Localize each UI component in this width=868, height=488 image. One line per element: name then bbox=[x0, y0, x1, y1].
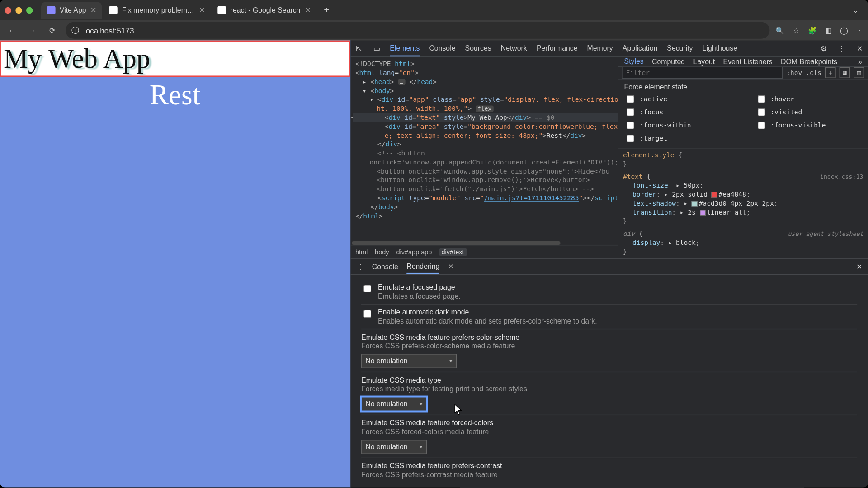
dom-line[interactable]: <!DOCTYPE html> bbox=[353, 60, 618, 69]
zoom-icon[interactable]: 🔍 bbox=[775, 26, 784, 34]
computed-toggle-icon[interactable]: ▦ bbox=[840, 67, 850, 78]
site-info-icon[interactable]: ⓘ bbox=[71, 25, 79, 36]
tab-overflow-button[interactable]: ⌄ bbox=[848, 6, 863, 14]
breadcrumb[interactable]: htmlbodydiv#app.appdiv#text bbox=[350, 245, 618, 258]
styles-subtab[interactable]: Layout bbox=[693, 57, 715, 66]
close-tab-icon[interactable]: ✕ bbox=[199, 6, 205, 14]
side-panel-icon[interactable]: ◧ bbox=[825, 26, 832, 34]
pseudo-checkbox[interactable]: :focus bbox=[624, 107, 731, 118]
close-window-icon[interactable] bbox=[5, 7, 12, 14]
devtools-panel-tab[interactable]: Security bbox=[667, 44, 693, 53]
pseudo-checkbox[interactable]: :active bbox=[624, 94, 731, 105]
drawer-tab[interactable]: Console bbox=[372, 263, 398, 271]
dom-line[interactable]: <button onclick='window.app.style.displa… bbox=[353, 167, 618, 176]
dom-line[interactable]: <!-- <button bbox=[353, 149, 618, 158]
extensions-icon[interactable]: 🧩 bbox=[808, 26, 817, 34]
styles-subtab[interactable]: Event Listeners bbox=[723, 57, 773, 66]
dom-line[interactable]: <button onclick='window.app.remove();'>R… bbox=[353, 176, 618, 185]
devtools-panel-tab[interactable]: Sources bbox=[465, 44, 491, 53]
settings-icon[interactable]: ⚙ bbox=[819, 44, 829, 52]
styles-subtab[interactable]: DOM Breakpoints bbox=[781, 57, 837, 66]
back-button[interactable]: ← bbox=[5, 23, 19, 38]
checkbox[interactable] bbox=[363, 285, 371, 292]
browser-tab[interactable]: Fix memory problems | Dev✕ bbox=[104, 2, 211, 19]
maximize-window-icon[interactable] bbox=[26, 7, 33, 14]
dom-line[interactable]: </div> bbox=[353, 140, 618, 149]
styles-subtab[interactable]: Computed bbox=[652, 57, 685, 66]
hov-toggle[interactable]: :hov bbox=[786, 69, 802, 76]
minimize-window-icon[interactable] bbox=[15, 7, 22, 14]
pseudo-checkbox[interactable]: :focus-within bbox=[624, 120, 731, 131]
bookmark-icon[interactable]: ☆ bbox=[793, 26, 800, 34]
dom-line[interactable]: e; text-align: center; font-size: 48px;"… bbox=[353, 131, 618, 140]
breadcrumb-item[interactable]: html bbox=[355, 248, 368, 255]
dom-line[interactable]: ht: 100%; width: 100%;"> flex bbox=[353, 104, 618, 113]
pseudo-checkbox[interactable]: :hover bbox=[755, 94, 862, 105]
devtools-panel-tab[interactable]: Elements bbox=[390, 44, 420, 57]
devtools-panel-tab[interactable]: Network bbox=[501, 44, 527, 53]
checkbox[interactable] bbox=[627, 122, 634, 129]
dom-line[interactable]: <button onclick='fetch("./main.js")'>Fet… bbox=[353, 185, 618, 194]
dom-line[interactable]: ▸ <head> … </head> bbox=[353, 77, 618, 86]
dom-line[interactable]: onclick='window.app.appendChild(document… bbox=[353, 158, 618, 167]
pseudo-label: :active bbox=[640, 95, 667, 103]
checkbox[interactable] bbox=[627, 135, 634, 142]
emulation-select[interactable]: No emulation▾ bbox=[361, 397, 427, 411]
close-devtools-icon[interactable]: ✕ bbox=[855, 44, 864, 52]
checkbox[interactable] bbox=[627, 95, 634, 103]
pseudo-checkbox[interactable]: :focus-visible bbox=[755, 120, 862, 131]
dom-line[interactable]: <div id="area" style="background-color:c… bbox=[353, 122, 618, 131]
scrollbar[interactable] bbox=[352, 241, 561, 245]
styles-pane: StylesComputedLayoutEvent ListenersDOM B… bbox=[618, 57, 868, 258]
checkbox[interactable] bbox=[757, 95, 765, 103]
devtools-panel-tab[interactable]: Lighthouse bbox=[703, 44, 737, 53]
drawer-menu-icon[interactable]: ⋮ bbox=[357, 263, 364, 271]
devtools-panel-tab[interactable]: Memory bbox=[587, 44, 613, 53]
emulation-select[interactable]: No emulation▾ bbox=[361, 440, 427, 454]
breadcrumb-item[interactable]: div#app.app bbox=[396, 248, 432, 255]
css-rules[interactable]: element.style {}index.css:13#text {font-… bbox=[618, 148, 868, 262]
reload-button[interactable]: ⟳ bbox=[45, 23, 60, 38]
favicon-icon bbox=[218, 6, 226, 14]
close-tab-icon[interactable]: ✕ bbox=[90, 6, 96, 14]
dom-line[interactable]: </body> bbox=[353, 202, 618, 211]
emulation-select[interactable]: No emulation▾ bbox=[361, 354, 457, 368]
dom-line[interactable]: ▾ <body> bbox=[353, 86, 618, 95]
forward-button[interactable]: → bbox=[25, 23, 39, 38]
dom-line[interactable]: <script type="module" src="/main.js?t=17… bbox=[353, 194, 618, 203]
device-toggle-icon[interactable]: ▭ bbox=[372, 44, 382, 52]
drawer-tab[interactable]: Rendering bbox=[406, 262, 439, 274]
browser-tab[interactable]: react - Google Search✕ bbox=[212, 2, 316, 19]
checkbox[interactable] bbox=[363, 310, 371, 318]
cls-toggle[interactable]: .cls bbox=[806, 69, 821, 76]
profile-icon[interactable]: ◯ bbox=[840, 26, 848, 34]
new-rule-button[interactable]: + bbox=[825, 67, 836, 78]
inspect-icon[interactable]: ⇱ bbox=[354, 44, 363, 52]
dom-line[interactable]: ▾ <div id="app" class="app" style="displ… bbox=[353, 95, 618, 104]
breadcrumb-item[interactable]: div#text bbox=[439, 248, 467, 256]
devtools-panel-tab[interactable]: Console bbox=[429, 44, 455, 53]
pseudo-checkbox[interactable]: :visited bbox=[755, 107, 862, 118]
new-tab-button[interactable]: + bbox=[319, 2, 334, 18]
close-tab-icon[interactable]: ✕ bbox=[305, 6, 311, 14]
more-icon[interactable]: ⋮ bbox=[837, 44, 846, 52]
close-drawer-icon[interactable]: ✕ bbox=[856, 263, 862, 271]
checkbox[interactable] bbox=[757, 122, 765, 129]
rendering-toggle-icon[interactable]: ▥ bbox=[854, 67, 864, 78]
dom-line[interactable]: ⋯ <div id="text" style>My Web App</div> … bbox=[353, 113, 618, 122]
menu-icon[interactable]: ⋮ bbox=[856, 26, 863, 34]
more-tabs-icon[interactable]: » bbox=[858, 57, 862, 66]
checkbox[interactable] bbox=[627, 108, 634, 116]
breadcrumb-item[interactable]: body bbox=[375, 248, 389, 255]
address-bar[interactable]: ⓘ localhost:5173 bbox=[66, 22, 769, 39]
checkbox[interactable] bbox=[757, 108, 765, 116]
devtools-panel-tab[interactable]: Application bbox=[623, 44, 657, 53]
pseudo-checkbox[interactable]: :target bbox=[624, 133, 731, 144]
devtools-panel-tab[interactable]: Performance bbox=[537, 44, 578, 53]
dom-line[interactable]: <html lang="en"> bbox=[353, 69, 618, 78]
styles-filter-input[interactable] bbox=[622, 67, 783, 79]
dom-line[interactable]: </html> bbox=[353, 211, 618, 221]
dom-tree[interactable]: <!DOCTYPE html><html lang="en">▸ <head> … bbox=[350, 57, 618, 240]
browser-tab[interactable]: Vite App✕ bbox=[41, 2, 102, 19]
close-drawer-tab-icon[interactable]: ✕ bbox=[448, 263, 453, 271]
